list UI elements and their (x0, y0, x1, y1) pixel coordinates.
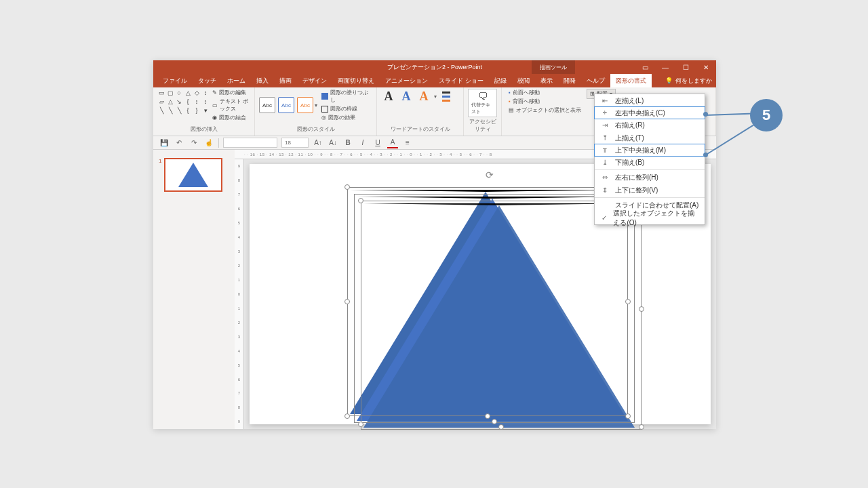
resize-handle[interactable] (639, 424, 644, 430)
touch-mode-icon[interactable]: ☝ (203, 138, 214, 148)
text-outline-button[interactable] (442, 95, 450, 98)
resize-handle[interactable] (344, 413, 350, 419)
send-backward-button[interactable]: ▪背面へ移動 (509, 98, 581, 105)
bold-icon[interactable]: B (342, 138, 353, 148)
menu-align-center-h[interactable]: ⫩左右中央揃え(C) (594, 106, 705, 119)
resize-handle[interactable] (498, 424, 504, 430)
rotation-handle-icon[interactable]: ⟳ (486, 169, 499, 183)
window-title: プレゼンテーション2 - PowerPoint (387, 63, 482, 72)
shape-effects-button[interactable]: ◎図形の効果 (321, 114, 372, 121)
powerpoint-window: プレゼンテーション2 - PowerPoint 描画ツール ▭ — ☐ ✕ ファ… (153, 60, 716, 429)
tab-animations[interactable]: アニメーション (380, 74, 433, 87)
font-size-combo[interactable]: 18 (281, 138, 309, 148)
merge-shapes-button[interactable]: ◉図形の結合 (212, 114, 250, 121)
group-label-shape-style: 図形のスタイル (259, 125, 372, 134)
shape-style-gallery[interactable]: Abc Abc Abc (259, 97, 313, 113)
menu-align-right[interactable]: ⇥右揃え(R) (595, 119, 705, 131)
distribute-v-icon: ⇕ (600, 186, 610, 195)
align-bottom-icon: ⤓ (600, 158, 610, 167)
resize-handle[interactable] (625, 413, 631, 419)
resize-handle[interactable] (625, 299, 631, 304)
vertical-ruler: 9876543210123456789 (235, 159, 244, 429)
tab-developer[interactable]: 開発 (558, 74, 581, 87)
alt-text-button[interactable]: 🗨 代替テキスト (468, 89, 497, 117)
redo-icon[interactable]: ↷ (189, 138, 199, 148)
shape-gallery[interactable]: ▭▢○△◇↕ ▱△↘{↕↕ ╲╲╲{}▾ (157, 89, 210, 121)
align-top-icon: ⤒ (600, 134, 610, 143)
tab-shape-format[interactable]: 図形の書式 (610, 74, 652, 87)
contextual-tab-label: 描画ツール (532, 60, 575, 74)
menu-align-center-v[interactable]: ⫪上下中央揃え(M) (594, 144, 705, 157)
text-effects-button[interactable] (442, 99, 450, 102)
tab-review[interactable]: 校閲 (512, 74, 535, 87)
slide-thumbnails-panel: 1 (153, 150, 235, 429)
ribbon-opts-icon[interactable]: ▭ (635, 60, 655, 74)
resize-handle[interactable] (492, 419, 497, 424)
align-left-icon: ⇤ (600, 96, 610, 106)
group-label-wordart: ワードアートのスタイル (381, 125, 459, 134)
group-label-shape-insert: 図形の挿入 (157, 125, 250, 134)
shape-fill-button[interactable]: 図形の塗りつぶし (321, 89, 372, 104)
wordart-gallery[interactable]: A A A ▾ (381, 89, 459, 104)
selection-box-3 (361, 201, 642, 430)
underline-icon[interactable]: U (372, 138, 383, 148)
menu-distribute-h[interactable]: ⇔左右に整列(H) (595, 171, 705, 184)
tab-insert[interactable]: 挿入 (251, 74, 274, 87)
save-icon[interactable]: 💾 (159, 138, 170, 148)
align-center-v-icon: ⫪ (600, 146, 610, 155)
text-box-button[interactable]: ▭テキスト ボックス (212, 98, 250, 113)
bring-forward-button[interactable]: ▪前面へ移動 (509, 89, 581, 96)
selection-pane-button[interactable]: ▤オブジェクトの選択と表示 (509, 106, 581, 114)
distribute-h-icon: ⇔ (600, 173, 610, 182)
align-right-icon: ⇥ (600, 121, 610, 130)
resize-handle[interactable] (358, 198, 363, 203)
font-color-icon[interactable]: A (387, 138, 398, 148)
decrease-font-icon[interactable]: A↓ (328, 138, 338, 148)
align-left-icon[interactable]: ≡ (402, 138, 413, 148)
edit-shape-button[interactable]: ✎図形の編集 (212, 89, 250, 96)
tab-record[interactable]: 記録 (489, 74, 512, 87)
italic-icon[interactable]: I (357, 138, 368, 148)
menu-align-top[interactable]: ⤒上揃え(T) (595, 131, 705, 144)
callout-badge-5: 5 (750, 99, 783, 131)
undo-icon[interactable]: ↶ (174, 138, 184, 148)
lightbulb-icon: 💡 (665, 77, 673, 84)
resize-handle[interactable] (344, 184, 350, 190)
callout-dot (703, 112, 708, 117)
align-menu: ⇤左揃え(L) ⫩左右中央揃え(C) ⇥右揃え(R) ⤒上揃え(T) ⫪上下中央… (594, 94, 705, 225)
tab-touch[interactable]: タッチ (193, 74, 222, 87)
menu-align-bottom[interactable]: ⤓下揃え(B) (595, 156, 705, 169)
close-button[interactable]: ✕ (696, 60, 716, 74)
ribbon-tabs: ファイル タッチ ホーム 挿入 描画 デザイン 画面切り替え アニメーション ス… (153, 74, 716, 87)
increase-font-icon[interactable]: A↑ (313, 138, 323, 148)
font-name-combo[interactable] (223, 138, 277, 148)
text-fill-button[interactable] (442, 91, 450, 94)
resize-handle[interactable] (639, 306, 644, 312)
tell-me-label: 何をしますか (675, 77, 712, 85)
tab-design[interactable]: デザイン (297, 74, 332, 87)
tab-transitions[interactable]: 画面切り替え (332, 74, 380, 87)
titlebar: プレゼンテーション2 - PowerPoint 描画ツール ▭ — ☐ ✕ (153, 60, 716, 74)
resize-handle[interactable] (344, 299, 350, 304)
tab-view[interactable]: 表示 (535, 74, 558, 87)
tab-file[interactable]: ファイル (157, 74, 193, 87)
blank-icon (600, 201, 610, 210)
minimize-button[interactable]: — (655, 60, 675, 74)
group-label-accessibility: アクセシビリティ (468, 118, 497, 134)
tab-home[interactable]: ホーム (222, 74, 251, 87)
slide-thumbnail-1[interactable] (164, 158, 222, 192)
maximize-button[interactable]: ☐ (675, 60, 696, 74)
align-center-h-icon: ⫩ (600, 108, 610, 118)
menu-distribute-v[interactable]: ⇕上下に整列(V) (595, 184, 705, 197)
shape-outline-button[interactable]: 図形の枠線 (321, 105, 372, 113)
menu-align-left[interactable]: ⇤左揃え(L) (595, 94, 705, 107)
menu-align-to-selected[interactable]: ✓選択したオブジェクトを揃える(O) (595, 211, 705, 224)
tell-me-search[interactable]: 💡 何をしますか (665, 77, 712, 85)
resize-handle[interactable] (485, 413, 490, 419)
thumb-triangle-icon (178, 163, 208, 187)
check-icon: ✓ (600, 214, 608, 223)
resize-handle[interactable] (358, 422, 363, 427)
tab-slideshow[interactable]: スライド ショー (433, 74, 489, 87)
tab-draw[interactable]: 描画 (274, 74, 297, 87)
tab-help[interactable]: ヘルプ (581, 74, 610, 87)
